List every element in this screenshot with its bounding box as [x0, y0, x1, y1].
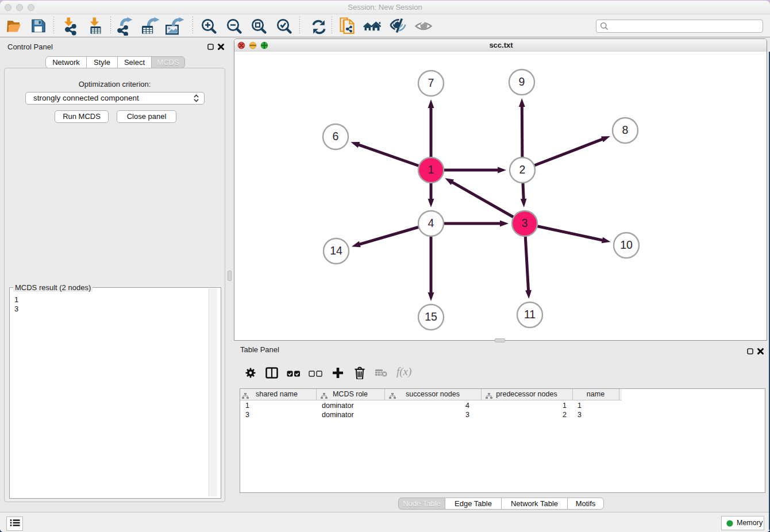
- svg-text:11: 11: [524, 308, 536, 321]
- svg-text:3: 3: [522, 217, 528, 229]
- svg-text:10: 10: [620, 238, 633, 251]
- svg-text:15: 15: [425, 310, 437, 323]
- svg-text:2: 2: [519, 163, 526, 176]
- svg-text:4: 4: [428, 217, 434, 229]
- svg-text:1: 1: [428, 163, 434, 176]
- svg-text:6: 6: [333, 130, 339, 142]
- svg-text:9: 9: [519, 75, 525, 88]
- svg-text:14: 14: [330, 244, 342, 257]
- svg-text:8: 8: [622, 124, 629, 136]
- svg-text:7: 7: [428, 76, 434, 89]
